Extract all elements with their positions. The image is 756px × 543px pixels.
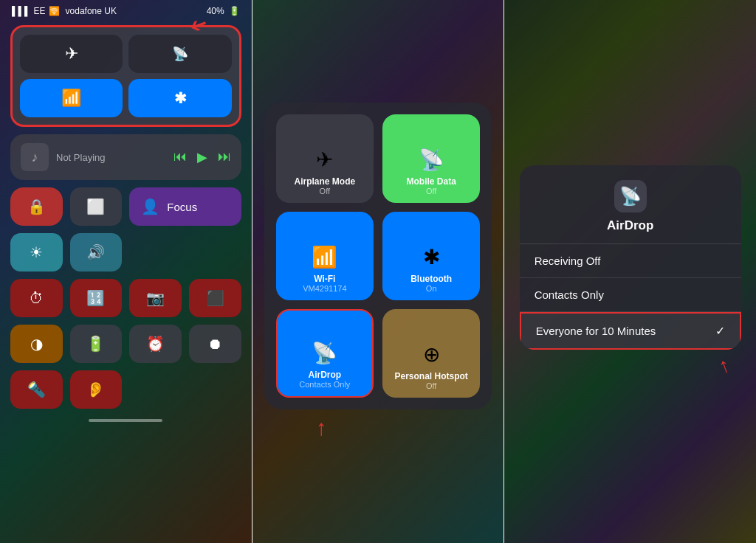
signal-bars: ▌▌▌ — [12, 6, 31, 16]
home-bar — [89, 419, 162, 422]
exp-hotspot-btn[interactable]: ⊕ Personal Hotspot Off — [382, 309, 480, 398]
red-arrow-indicator-3: ↑ — [715, 353, 733, 379]
panel3-inner: 📡 AirDrop Receiving Off Contacts Only Ev… — [504, 0, 756, 543]
bluetooth-sublabel: On — [426, 284, 437, 293]
airdrop-sublabel: Contacts Only — [299, 380, 350, 389]
airplane-mode-btn[interactable]: ✈ — [20, 35, 123, 73]
camera-btn[interactable]: 📷 — [129, 279, 182, 317]
exp-bluetooth-btn[interactable]: ✱ Bluetooth On — [382, 212, 480, 300]
home-indicator — [10, 419, 241, 422]
exp-airplane-btn[interactable]: ✈ Airplane Mode Off — [276, 114, 374, 203]
qr-btn[interactable]: ⬛ — [189, 279, 241, 317]
connectivity-block: ✈ 📡 📶 ✱ — [10, 25, 241, 127]
wifi-icon: 📶 — [312, 245, 337, 269]
music-album-art: ♪ — [21, 143, 49, 171]
airdrop-option-receiving-off[interactable]: Receiving Off — [520, 244, 741, 278]
red-arrow-indicator-2: ↑ — [316, 415, 327, 440]
exp-airdrop-btn[interactable]: 📡 AirDrop Contacts Only — [276, 309, 374, 398]
bluetooth-btn[interactable]: ✱ — [128, 79, 231, 117]
status-bar: ▌▌▌ EE 🛜 vodafone UK 40% 🔋 — [0, 0, 252, 19]
carrier-name: vodafone UK — [66, 6, 117, 16]
airplane-icon: ✈ — [316, 148, 333, 172]
airdrop-header-icon: 📡 — [614, 180, 647, 212]
bluetooth-label: Bluetooth — [410, 274, 452, 284]
timer-btn[interactable]: ⏱ — [10, 279, 63, 317]
voice-memo-btn[interactable]: ⏺ — [189, 325, 241, 363]
volume-btn[interactable]: 🔊 — [70, 233, 123, 272]
brightness-btn[interactable]: ☀ — [10, 233, 63, 272]
airplane-label: Airplane Mode — [294, 176, 355, 187]
airdrop-option-contacts-only[interactable]: Contacts Only — [520, 278, 741, 312]
music-info: Not Playing — [56, 152, 105, 163]
mobile-icon: 📡 — [419, 148, 444, 172]
orientation-lock-btn[interactable]: 🔒 — [10, 187, 63, 226]
bluetooth-icon: ✱ — [423, 245, 440, 269]
airdrop-option-everyone-10[interactable]: Everyone for 10 Minutes ✓ — [520, 312, 741, 350]
focus-label: Focus — [167, 201, 197, 213]
prev-btn[interactable]: ⏮ — [173, 149, 187, 165]
cc-container: ✈ 📡 📶 ✱ ♪ Not Playing ⏮ ▶ ⏭ 🔒 ⬜ — [0, 19, 252, 428]
icons-grid-3: ⏱ 🔢 📷 ⬛ — [10, 279, 241, 317]
airdrop-card: 📡 AirDrop Receiving Off Contacts Only Ev… — [520, 165, 741, 350]
wifi-sublabel: VM4291174 — [303, 284, 346, 293]
music-block: ♪ Not Playing ⏮ ▶ ⏭ — [10, 134, 241, 180]
icons-grid-4: ◑ 🔋 ⏰ ⏺ — [10, 325, 241, 363]
icons-grid-2: ☀ 🔊 — [10, 233, 241, 272]
panel-3-airdrop-menu: 📡 AirDrop Receiving Off Contacts Only Ev… — [504, 0, 756, 543]
airplane-sublabel: Off — [320, 187, 330, 196]
exp-mobile-btn[interactable]: 📡 Mobile Data Off — [382, 114, 480, 203]
expanded-cc-grid: ✈ Airplane Mode Off 📡 Mobile Data Off 📶 … — [264, 103, 492, 409]
dark-mode-btn[interactable]: ◑ — [10, 325, 63, 363]
screen-mirror-btn[interactable]: ⬜ — [70, 187, 123, 226]
icons-grid-5: 🔦 👂 — [10, 370, 241, 409]
hearing-btn[interactable]: 👂 — [70, 370, 123, 409]
carrier-ee: EE — [34, 6, 46, 16]
music-not-playing: Not Playing — [56, 152, 105, 163]
everyone-10-label: Everyone for 10 Minutes — [536, 325, 656, 337]
contacts-only-label: Contacts Only — [535, 288, 604, 301]
hotspot-label: Personal Hotspot — [394, 371, 467, 381]
checkmark-icon: ✓ — [715, 324, 725, 338]
music-left: ♪ Not Playing — [21, 143, 105, 171]
wifi-icon-status: 🛜 — [49, 6, 60, 16]
music-controls[interactable]: ⏮ ▶ ⏭ — [173, 149, 231, 165]
focus-btn[interactable]: 👤 Focus — [129, 187, 241, 226]
panel-2-expanded-cc: ✈ Airplane Mode Off 📡 Mobile Data Off 📶 … — [252, 0, 504, 543]
wifi-label: Wi-Fi — [314, 274, 335, 284]
hotspot-sublabel: Off — [426, 381, 436, 390]
status-left: ▌▌▌ EE 🛜 vodafone UK — [12, 6, 117, 16]
next-btn[interactable]: ⏭ — [218, 149, 231, 165]
cellular-btn[interactable]: 📡 — [128, 35, 231, 73]
alarm-btn[interactable]: ⏰ — [129, 325, 182, 363]
calculator-btn[interactable]: 🔢 — [70, 279, 123, 317]
icons-grid-1: 🔒 ⬜ 👤 Focus — [10, 187, 241, 226]
torch-btn[interactable]: 🔦 — [10, 370, 63, 409]
airdrop-title: AirDrop — [607, 218, 653, 233]
wifi-btn[interactable]: 📶 — [20, 79, 123, 117]
airdrop-icon: 📡 — [312, 341, 337, 365]
airdrop-label: AirDrop — [309, 370, 342, 380]
battery-icon: 🔋 — [229, 6, 240, 16]
battery-saver-btn[interactable]: 🔋 — [70, 325, 123, 363]
exp-wifi-btn[interactable]: 📶 Wi-Fi VM4291174 — [276, 212, 374, 300]
battery-percent: 40% — [207, 6, 224, 16]
play-btn[interactable]: ▶ — [197, 149, 207, 165]
hotspot-icon: ⊕ — [423, 342, 440, 367]
airdrop-header: 📡 AirDrop — [520, 165, 741, 244]
panel-1-control-center: ▌▌▌ EE 🛜 vodafone UK 40% 🔋 ➔ ✈ 📡 📶 ✱ ♪ N… — [0, 0, 252, 543]
receiving-off-label: Receiving Off — [535, 255, 601, 267]
panel2-inner: ✈ Airplane Mode Off 📡 Mobile Data Off 📶 … — [252, 0, 504, 543]
status-right: 40% 🔋 — [207, 6, 240, 16]
mobile-label: Mobile Data — [407, 176, 456, 187]
mobile-sublabel: Off — [426, 187, 436, 196]
